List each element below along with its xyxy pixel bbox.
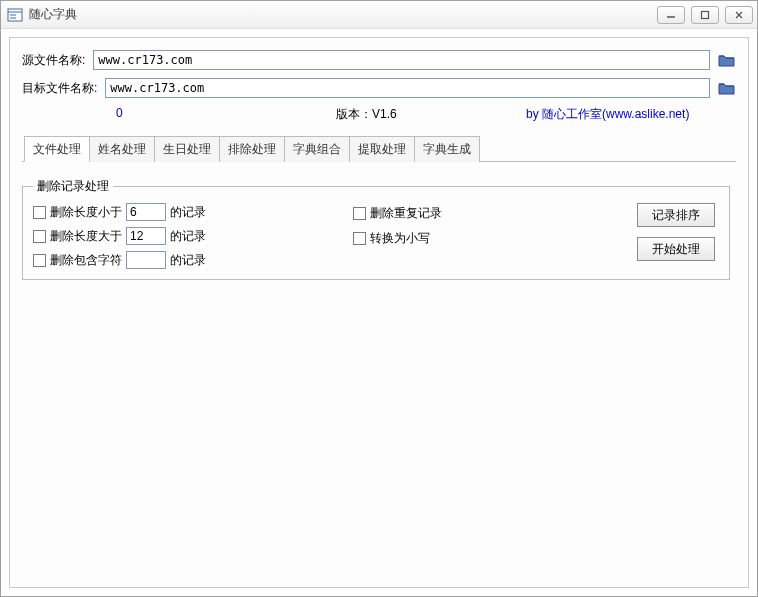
delete-records-group: 删除记录处理 删除长度小于 的记录 删除长度大于 bbox=[22, 178, 730, 280]
checkbox-del-dup[interactable] bbox=[353, 207, 366, 220]
client-area: 源文件名称: 目标文件名称: 0 版本：V1.6 by 随心工作室(www.as… bbox=[1, 29, 757, 596]
window-title: 随心字典 bbox=[29, 6, 657, 23]
opt-del-gt: 删除长度大于 的记录 bbox=[33, 227, 353, 245]
tabs: 文件处理 姓名处理 生日处理 排除处理 字典组合 提取处理 字典生成 bbox=[22, 135, 736, 162]
col-left: 删除长度小于 的记录 删除长度大于 的记录 bbox=[33, 203, 353, 269]
record-count: 0 bbox=[116, 106, 336, 123]
target-file-row: 目标文件名称: bbox=[22, 78, 736, 98]
to-lower-label: 转换为小写 bbox=[370, 230, 430, 247]
target-file-input[interactable] bbox=[105, 78, 710, 98]
minimize-button[interactable] bbox=[657, 6, 685, 24]
checkbox-del-gt[interactable] bbox=[33, 230, 46, 243]
group-row: 删除长度小于 的记录 删除长度大于 的记录 bbox=[33, 203, 719, 269]
opt-del-lt: 删除长度小于 的记录 bbox=[33, 203, 353, 221]
tab-name-process[interactable]: 姓名处理 bbox=[89, 136, 155, 162]
checkbox-to-lower[interactable] bbox=[353, 232, 366, 245]
author-link[interactable]: www.aslike.net bbox=[606, 107, 685, 121]
source-file-input[interactable] bbox=[93, 50, 710, 70]
browse-source-button[interactable] bbox=[718, 52, 736, 68]
version-label: 版本：V1.6 bbox=[336, 106, 526, 123]
source-file-row: 源文件名称: bbox=[22, 50, 736, 70]
del-gt-suffix: 的记录 bbox=[170, 228, 206, 245]
tab-birthday-process[interactable]: 生日处理 bbox=[154, 136, 220, 162]
col-right: 记录排序 开始处理 bbox=[553, 203, 719, 261]
del-contains-label: 删除包含字符 bbox=[50, 252, 122, 269]
tab-file-process[interactable]: 文件处理 bbox=[24, 136, 90, 162]
author-label: by 随心工作室(www.aslike.net) bbox=[526, 106, 732, 123]
svg-rect-5 bbox=[702, 11, 709, 18]
sort-button[interactable]: 记录排序 bbox=[637, 203, 715, 227]
target-file-label: 目标文件名称: bbox=[22, 80, 97, 97]
checkbox-del-contains[interactable] bbox=[33, 254, 46, 267]
del-gt-label: 删除长度大于 bbox=[50, 228, 122, 245]
checkbox-del-lt[interactable] bbox=[33, 206, 46, 219]
window-buttons bbox=[657, 6, 753, 24]
del-lt-input[interactable] bbox=[126, 203, 166, 221]
del-contains-input[interactable] bbox=[126, 251, 166, 269]
group-legend: 删除记录处理 bbox=[33, 178, 113, 195]
main-window: 随心字典 源文件名称: 目标文件名称: bbox=[0, 0, 758, 597]
app-icon bbox=[7, 7, 23, 23]
del-gt-input[interactable] bbox=[126, 227, 166, 245]
tab-dict-combo[interactable]: 字典组合 bbox=[284, 136, 350, 162]
tab-dict-gen[interactable]: 字典生成 bbox=[414, 136, 480, 162]
del-lt-suffix: 的记录 bbox=[170, 204, 206, 221]
close-button[interactable] bbox=[725, 6, 753, 24]
opt-del-dup: 删除重复记录 bbox=[353, 205, 553, 222]
col-mid: 删除重复记录 转换为小写 bbox=[353, 203, 553, 247]
source-file-label: 源文件名称: bbox=[22, 52, 85, 69]
del-lt-label: 删除长度小于 bbox=[50, 204, 122, 221]
inner-panel: 源文件名称: 目标文件名称: 0 版本：V1.6 by 随心工作室(www.as… bbox=[9, 37, 749, 588]
info-row: 0 版本：V1.6 by 随心工作室(www.aslike.net) bbox=[22, 104, 736, 129]
browse-target-button[interactable] bbox=[718, 80, 736, 96]
del-dup-label: 删除重复记录 bbox=[370, 205, 442, 222]
opt-to-lower: 转换为小写 bbox=[353, 230, 553, 247]
tab-body: 删除记录处理 删除长度小于 的记录 删除长度大于 bbox=[22, 168, 736, 575]
titlebar: 随心字典 bbox=[1, 1, 757, 29]
process-button[interactable]: 开始处理 bbox=[637, 237, 715, 261]
maximize-button[interactable] bbox=[691, 6, 719, 24]
del-contains-suffix: 的记录 bbox=[170, 252, 206, 269]
opt-del-contains: 删除包含字符 的记录 bbox=[33, 251, 353, 269]
tab-extract-process[interactable]: 提取处理 bbox=[349, 136, 415, 162]
tab-exclude-process[interactable]: 排除处理 bbox=[219, 136, 285, 162]
